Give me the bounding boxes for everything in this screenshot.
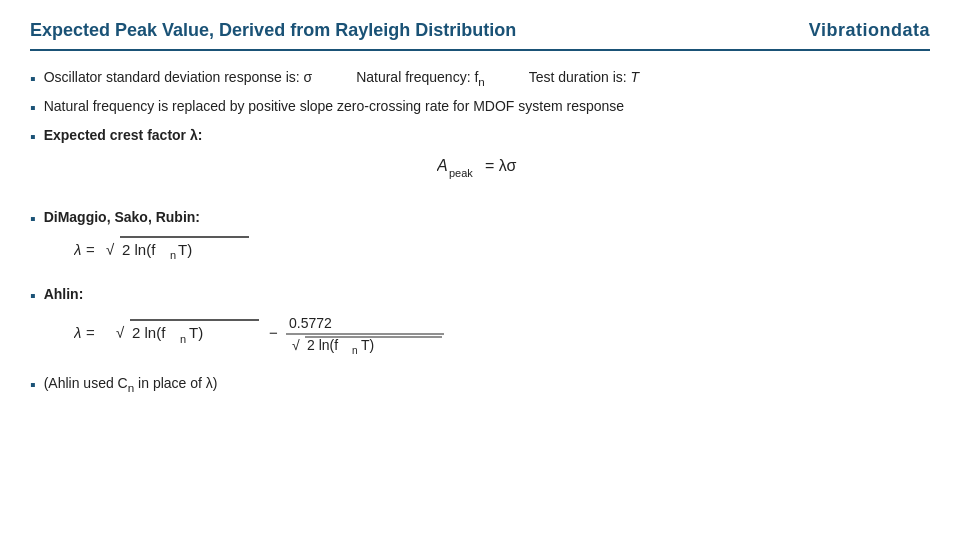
svg-text:T): T) (189, 324, 203, 341)
bullet-icon-5: ▪ (30, 287, 36, 305)
bullet-icon-1: ▪ (30, 70, 36, 88)
bullet4-text: DiMaggio, Sako, Rubin: (44, 209, 200, 225)
apeak-formula-svg: A peak = λσ (437, 149, 567, 185)
bullet5-text: Ahlin: (44, 286, 84, 302)
ahlin-formula: λ = √ 2 ln(f n T) − 0.5772 √ (74, 306, 930, 361)
svg-text:=: = (86, 241, 95, 258)
svg-text:peak: peak (449, 167, 473, 179)
svg-text:√: √ (116, 324, 125, 341)
page-header: Expected Peak Value, Derived from Raylei… (30, 20, 930, 51)
page-title: Expected Peak Value, Derived from Raylei… (30, 20, 516, 41)
bullet-content-3: Expected crest factor λ: A peak = λσ (44, 127, 930, 199)
ahlin-formula-svg: λ = √ 2 ln(f n T) − 0.5772 √ (74, 306, 494, 358)
bullet-item-4: ▪ DiMaggio, Sako, Rubin: λ = √ 2 ln(f n … (30, 209, 930, 276)
svg-text:T): T) (361, 337, 374, 353)
svg-text:n: n (170, 249, 176, 261)
bullet3-text: Expected crest factor λ: (44, 127, 203, 143)
svg-text:−: − (269, 324, 278, 341)
svg-text:√: √ (292, 337, 300, 353)
svg-text:T): T) (178, 241, 192, 258)
svg-text:2 ln(f: 2 ln(f (307, 337, 338, 353)
bullet-item-6: ▪ (Ahlin used Cn in place of λ) (30, 375, 930, 394)
fn-sub: n (478, 75, 484, 88)
dimaggio-formula: λ = √ 2 ln(f n T) (74, 229, 930, 272)
bullet-item-2: ▪ Natural frequency is replaced by posit… (30, 98, 930, 117)
svg-text:n: n (180, 333, 186, 345)
apeak-formula: A peak = λσ (74, 149, 930, 189)
bullet-icon-3: ▪ (30, 128, 36, 146)
svg-text:λ: λ (74, 241, 81, 258)
svg-text:2 ln(f: 2 ln(f (132, 324, 166, 341)
dimaggio-formula-svg: λ = √ 2 ln(f n T) (74, 229, 294, 269)
cn-sub: n (128, 381, 134, 394)
bullet-icon-4: ▪ (30, 210, 36, 228)
svg-text:0.5772: 0.5772 (289, 315, 332, 331)
bullet-item-3: ▪ Expected crest factor λ: A peak = λσ (30, 127, 930, 199)
page: Expected Peak Value, Derived from Raylei… (0, 0, 960, 540)
svg-text:√: √ (106, 241, 115, 258)
bullet-content-2: Natural frequency is replaced by positiv… (44, 98, 930, 114)
bullet1-text3: Test duration is: T (529, 69, 640, 85)
bullet-content-5: Ahlin: λ = √ 2 ln(f n T) − (44, 286, 930, 365)
svg-text:A: A (437, 157, 448, 174)
bullet-item-1: ▪ Oscillator standard deviation response… (30, 69, 930, 88)
bullet-icon-2: ▪ (30, 99, 36, 117)
bullet-content-4: DiMaggio, Sako, Rubin: λ = √ 2 ln(f n T) (44, 209, 930, 276)
svg-text:n: n (352, 345, 358, 356)
bullet1-text1: Oscillator standard deviation response i… (44, 69, 313, 85)
svg-text:= λσ: = λσ (485, 157, 517, 174)
svg-text:=: = (86, 324, 95, 341)
bullet-content-1: Oscillator standard deviation response i… (44, 69, 930, 88)
svg-text:2 ln(f: 2 ln(f (122, 241, 156, 258)
brand-label: Vibrationdata (809, 20, 930, 41)
bullet2-text: Natural frequency is replaced by positiv… (44, 98, 624, 114)
svg-text:λ: λ (74, 324, 81, 341)
bullet-content-6: (Ahlin used Cn in place of λ) (44, 375, 930, 394)
bullet6-text: (Ahlin used Cn in place of λ) (44, 375, 218, 391)
bullet1-text2: Natural frequency: fn (356, 69, 485, 85)
bullet-item-5: ▪ Ahlin: λ = √ 2 ln(f n T) − (30, 286, 930, 365)
bullet-icon-6: ▪ (30, 376, 36, 394)
